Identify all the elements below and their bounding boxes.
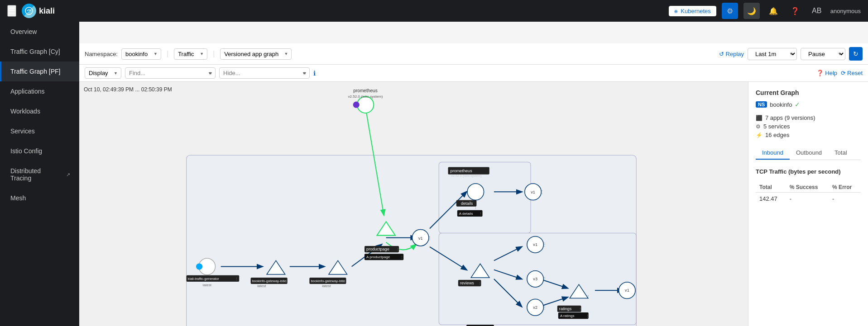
gw1-latest: latest [257, 284, 266, 288]
sidebar-item-label: Overview [10, 28, 37, 35]
panel-title: Current Graph [756, 89, 861, 96]
graph-svg: prometheus v2.52.0 (istio-system) [79, 82, 748, 326]
sidebar-item-applications[interactable]: Applications [0, 81, 79, 101]
replay-section: ↺ Replay Last 1m Pause ↻ [719, 47, 863, 61]
node-kiali-gen-indicator [196, 263, 202, 269]
tab-outbound[interactable]: Outbound [790, 146, 828, 160]
sidebar-item-label: Distributed Tracing [10, 167, 62, 182]
find-input[interactable] [125, 67, 216, 79]
namespace-label: Namespace: [85, 51, 118, 57]
display-select[interactable]: Display [85, 67, 121, 79]
prometheus-label-text: prometheus [451, 169, 473, 173]
namespace-select[interactable]: bookinfo [121, 48, 161, 60]
svg-point-0 [25, 7, 33, 14]
hide-input[interactable] [219, 67, 310, 79]
prometheus-version: v2.52.0 (istio-system) [451, 174, 481, 178]
username-label: anonymous [830, 8, 861, 14]
td-total: 142.47 [756, 193, 786, 205]
pause-select[interactable]: Pause [801, 48, 845, 60]
kiali-gen-latest: latest [203, 283, 212, 287]
replay-button[interactable]: ↺ Replay [719, 51, 744, 57]
last-time-select[interactable]: Last 1m [748, 48, 797, 60]
stat-edges: ⚡ 16 edges [756, 132, 861, 138]
traffic-table: Total % Success % Error 142.47 - - [756, 182, 861, 205]
node-details-svc[interactable] [467, 184, 484, 200]
reviews-svc-label-text: reviews [460, 281, 474, 285]
logo-icon [22, 4, 36, 18]
kebab-ratings-v1[interactable]: ⋮ [633, 288, 638, 293]
label-pp-v1: v1 [418, 236, 423, 241]
find-dropdown-icon: ▼ [209, 71, 213, 76]
stat-apps: ⬛ 7 apps (9 versions) [756, 114, 861, 121]
separator1: | [167, 50, 168, 58]
table-row: 142.47 - - [756, 193, 861, 205]
hamburger-button[interactable]: ☰ [7, 5, 16, 17]
sidebar-item-istio-config[interactable]: Istio Config [0, 141, 79, 161]
node-prometheus[interactable] [357, 96, 374, 113]
sidebar-item-mesh[interactable]: Mesh [0, 188, 79, 208]
sidebar-item-label: Traffic Graph [PF] [10, 68, 60, 75]
kebab-ratings[interactable]: ⋮ [586, 294, 590, 299]
tab-inbound[interactable]: Inbound [756, 146, 790, 160]
graph-type-select[interactable]: Versioned app graph [220, 48, 292, 60]
node-prometheus-indicator [353, 102, 360, 108]
kebab-details-v1[interactable]: ⋮ [540, 189, 544, 194]
reset-button[interactable]: ⟳ Reset [841, 70, 863, 76]
ratings-svc-label-text: ratings [559, 307, 572, 311]
sidebar-item-traffic-graph-pf[interactable]: Traffic Graph [PF] [0, 61, 79, 81]
notifications-button[interactable]: 🔔 [765, 3, 782, 19]
pp-svc-kebab: ⋮ [396, 248, 399, 251]
edges-count: 16 edges [765, 132, 790, 138]
sidebar-item-overview[interactable]: Overview [0, 22, 79, 42]
kiali-gen-label-text: kiali-traffic-generator [188, 277, 220, 281]
hide-input-wrapper: ▼ [219, 67, 310, 79]
traffic-select[interactable]: Traffic [174, 48, 207, 60]
logo: kiali [22, 4, 55, 18]
sidebar: Overview Traffic Graph [Cy] Traffic Grap… [0, 22, 79, 326]
graph-canvas[interactable]: Oct 10, 02:49:39 PM ... 02:50:39 PM [79, 82, 748, 326]
logo-text: kiali [39, 6, 55, 16]
sidebar-item-label: Applications [10, 88, 45, 95]
sidebar-item-distributed-tracing[interactable]: Distributed Tracing ↗ [0, 161, 79, 188]
user-menu-button[interactable]: AB [809, 3, 825, 19]
info-button[interactable]: ℹ [313, 70, 316, 77]
ns-name: bookinfo [770, 101, 792, 108]
kiali-gen-kebab: ⋮ [235, 277, 238, 281]
kebab-reviews-v3[interactable]: ⋮ [542, 276, 547, 281]
sidebar-item-services[interactable]: Services [0, 121, 79, 141]
find-input-wrapper: ▼ [125, 67, 216, 79]
external-link-icon: ↗ [66, 172, 70, 178]
darkmode-button[interactable]: 🌙 [743, 3, 760, 19]
kebab-reviews-v1[interactable]: ⋮ [542, 242, 547, 247]
kebab-reviews-v2[interactable]: ⋮ [542, 305, 547, 310]
display-select-wrapper: Display [85, 67, 121, 79]
gw1-label-text: bookinfo-gateway-istio [252, 279, 287, 283]
help-label: Help [825, 70, 837, 76]
kebab-pp-v1[interactable]: ⋮ [427, 236, 432, 241]
th-error: % Error [829, 182, 861, 193]
help-button[interactable]: ❓ [787, 3, 803, 19]
td-error: - [829, 193, 861, 205]
refresh-button[interactable]: ↻ [849, 47, 863, 61]
settings-button[interactable]: ⚙ [722, 3, 738, 19]
main-content: Namespace: bookinfo | Traffic | Versione… [79, 43, 868, 326]
cluster-button[interactable]: ⎈ Kubernetes [669, 6, 716, 16]
help-text-button[interactable]: ❓ Help [816, 70, 837, 76]
node-prometheus-label: prometheus [353, 88, 377, 93]
reviews-svc-kebab: ⋮ [478, 282, 481, 285]
sidebar-item-label: Services [10, 128, 35, 135]
cluster-label: Kubernetes [681, 8, 711, 14]
sidebar-item-traffic-graph-cy[interactable]: Traffic Graph [Cy] [0, 42, 79, 61]
edges-icon: ⚡ [756, 132, 762, 138]
label-reviews-v1: v1 [533, 242, 537, 247]
replay-label: Replay [726, 51, 744, 57]
label-details-v1: v1 [531, 190, 535, 194]
ratings-svc-kebab: ⋮ [579, 307, 582, 311]
sidebar-item-label: Mesh [10, 194, 26, 202]
toolbar-row1: Namespace: bookinfo | Traffic | Versione… [79, 43, 868, 65]
tab-total[interactable]: Total [828, 146, 853, 160]
sidebar-item-workloads[interactable]: Workloads [0, 101, 79, 121]
ns-badge: NS [756, 101, 767, 108]
pp-app-label-text: A productpage [366, 255, 390, 259]
navbar: ☰ kiali ⎈ Kubernetes ⚙ 🌙 🔔 ❓ AB anonymou… [0, 0, 868, 22]
